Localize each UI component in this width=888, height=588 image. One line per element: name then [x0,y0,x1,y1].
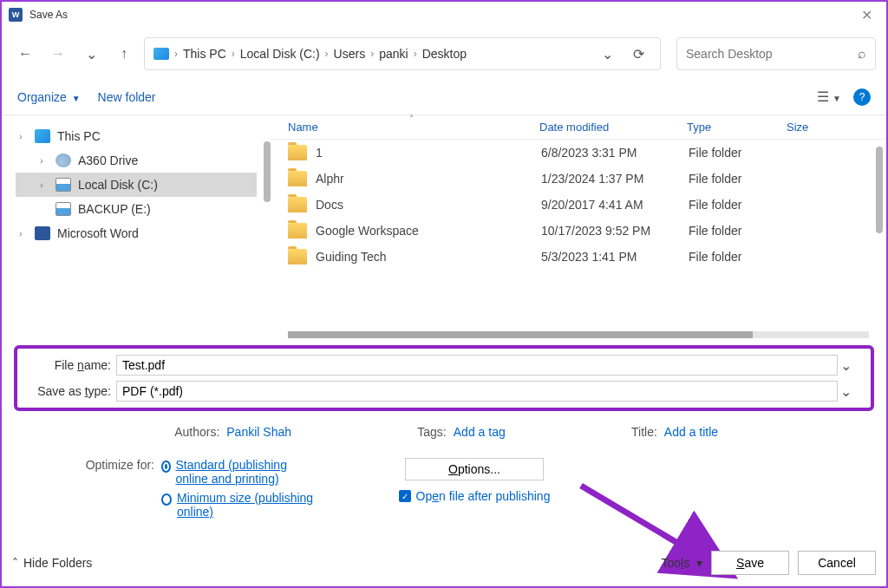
view-mode-button[interactable]: ☰ ▼ [817,88,841,105]
footer: ˄ Hide Folders Tools ▾ Save Cancel [0,541,888,585]
sort-indicator-icon: ˄ [409,114,414,123]
folder-icon [288,145,307,160]
optimize-label: Optimize for: [49,458,161,524]
col-type[interactable]: Type [687,121,787,134]
tree-item[interactable]: ›Local Disk (C:) [16,173,257,197]
search-icon[interactable]: ⌕ [858,46,866,62]
tags-label: Tags: [417,425,446,439]
tree-label: A360 Drive [78,154,138,167]
tree-item[interactable]: ›A360 Drive [16,148,257,173]
breadcrumb[interactable]: This PC [183,47,226,61]
tree-panel: ›This PC›A360 Drive›Local Disk (C:)BACKU… [2,115,271,340]
file-type: File folder [689,250,788,264]
file-type: File folder [689,172,788,186]
file-name: Google Workspace [316,224,541,238]
hide-folders-label: Hide Folders [23,556,92,570]
titlebar: W Save As ✕ [2,2,886,28]
col-date[interactable]: Date modified [539,121,687,134]
breadcrumb[interactable]: Local Disk (C:) [240,47,320,61]
search-input[interactable] [686,47,858,61]
save-type-label: Save as type: [35,384,116,398]
tools-dropdown[interactable]: Tools ▾ [662,556,702,570]
tree-label: Microsoft Word [57,226,139,240]
authors-value[interactable]: Pankil Shah [226,425,291,439]
help-icon[interactable]: ? [853,88,871,106]
disk-icon [56,178,71,192]
cancel-button[interactable]: Cancel [798,551,876,575]
chevron-right-icon[interactable]: › [232,48,235,60]
chevron-right-icon[interactable]: › [414,48,417,60]
breadcrumb[interactable]: panki [379,47,408,61]
pc-icon [35,129,50,143]
file-row[interactable]: Docs9/20/2017 4:41 AMFile folder [271,192,886,218]
new-folder-button[interactable]: New folder [98,90,156,104]
breadcrumb[interactable]: Users [334,47,366,61]
file-date: 5/3/2023 1:41 PM [541,250,689,264]
file-type: File folder [689,198,788,212]
file-name-input[interactable] [116,355,838,376]
hide-folders-button[interactable]: ˄ Hide Folders [12,556,92,570]
file-browser: ›This PC›A360 Drive›Local Disk (C:)BACKU… [2,114,886,340]
file-name: Alphr [316,172,541,186]
radio-standard[interactable]: Standard (publishing online and printing… [161,458,317,486]
save-panel: File name: ⌄ Save as type: ⌄ Authors: Pa… [2,340,886,541]
back-icon[interactable]: ← [12,41,38,67]
open-after-checkbox[interactable]: ✓ Open file after publishing [399,489,551,503]
radio-standard-label: Standard (publishing online and printing… [176,458,318,486]
up-icon[interactable]: ↑ [111,41,137,67]
file-row[interactable]: 16/8/2023 3:31 PMFile folder [271,140,886,166]
navbar: ← → ⌄ ↑ › This PC › Local Disk (C:) › Us… [2,28,886,80]
tree-item[interactable]: ›This PC [16,124,257,148]
tree-item[interactable]: ›Microsoft Word [16,221,257,245]
chevron-icon[interactable]: › [19,131,35,141]
save-button[interactable]: Save [711,551,789,575]
tree-item[interactable]: BACKUP (E:) [16,197,257,221]
folder-icon [288,249,307,265]
window-title: Save As [29,9,68,21]
file-date: 1/23/2024 1:37 PM [541,172,689,186]
organize-button[interactable]: Organize ▼ [17,90,81,104]
tags-value[interactable]: Add a tag [454,425,506,439]
radio-icon [161,461,171,473]
address-bar[interactable]: › This PC › Local Disk (C:) › Users › pa… [144,37,661,70]
chevron-right-icon[interactable]: › [370,48,374,60]
file-type: File folder [689,224,788,238]
toolbar: Organize ▼ New folder ☰ ▼ ? [2,80,886,114]
radio-icon [161,493,172,506]
chevron-icon[interactable]: › [19,228,35,238]
chevron-right-icon[interactable]: › [174,48,178,60]
file-type: File folder [689,146,788,160]
recent-dropdown-icon[interactable]: ⌄ [78,41,104,67]
folder-icon [288,223,307,238]
breadcrumb[interactable]: Desktop [422,47,467,61]
options-button[interactable]: Options... [405,458,544,480]
authors-label: Authors: [174,425,219,439]
file-row[interactable]: Alphr1/23/2024 1:37 PMFile folder [271,166,886,192]
word-icon [35,226,50,240]
title-meta-value[interactable]: Add a title [664,425,718,439]
scrollbar-thumb[interactable] [876,147,883,233]
col-name[interactable]: Name [288,121,539,134]
radio-minimum[interactable]: Minimum size (publishing online) [161,491,317,519]
file-row[interactable]: Google Workspace10/17/2023 9:52 PMFile f… [271,218,886,244]
forward-icon[interactable]: → [45,41,71,67]
file-name: Guiding Tech [316,250,541,264]
file-row[interactable]: Guiding Tech5/3/2023 1:41 PMFile folder [271,244,886,270]
refresh-icon[interactable]: ⟳ [625,41,651,67]
tree-label: This PC [57,129,101,143]
chevron-icon[interactable]: › [40,155,56,166]
search-box[interactable]: ⌕ [676,37,876,70]
file-name: 1 [316,146,541,160]
chevron-icon[interactable]: › [40,180,56,190]
scrollbar-horizontal[interactable] [288,331,869,338]
chevron-right-icon[interactable]: › [325,48,329,60]
col-size[interactable]: Size [787,121,808,134]
scrollbar-thumb[interactable] [264,141,271,202]
dropdown-icon[interactable]: ⌄ [594,41,620,67]
cloud-icon [56,154,71,167]
chevron-down-icon[interactable]: ⌄ [838,383,853,400]
chevron-down-icon[interactable]: ⌄ [838,357,853,374]
close-icon[interactable]: ✕ [854,3,879,27]
file-name-label: File name: [35,358,116,372]
save-type-select[interactable] [116,381,838,402]
